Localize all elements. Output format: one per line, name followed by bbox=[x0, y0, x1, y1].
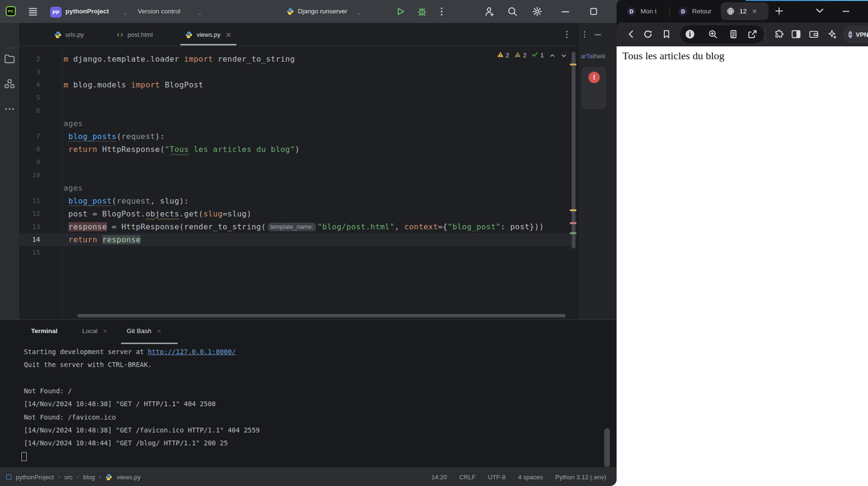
main-toolbar: PC PP pythonProject Version control Djan… bbox=[0, 0, 617, 23]
window-minimize-icon[interactable] bbox=[560, 6, 571, 17]
status-item[interactable]: 14:20 bbox=[431, 474, 447, 481]
browser-tab-active[interactable]: 12 bbox=[721, 2, 769, 20]
html-file-icon bbox=[116, 31, 124, 39]
horizontal-scrollbar[interactable] bbox=[77, 314, 565, 317]
python-file-icon bbox=[105, 474, 112, 481]
back-icon[interactable] bbox=[626, 29, 636, 39]
pycharm-logo-icon[interactable]: PC bbox=[6, 6, 16, 16]
breadcrumb-item[interactable]: pythonProject bbox=[16, 474, 54, 481]
share-icon[interactable] bbox=[748, 29, 758, 39]
browser-minimize-icon[interactable] bbox=[841, 6, 851, 16]
inspections-widget[interactable]: 2 2 1 bbox=[497, 50, 567, 60]
new-tab-button[interactable] bbox=[774, 6, 784, 16]
panel-options-kebab-icon[interactable] bbox=[580, 30, 589, 39]
zoom-icon[interactable] bbox=[708, 29, 718, 39]
vpn-badge[interactable]: − VPN bbox=[843, 26, 868, 43]
terminal-line: Not Found: /favicon.ico bbox=[24, 411, 116, 424]
code-line-comment: ages bbox=[19, 182, 571, 194]
ai-sparkle-icon[interactable] bbox=[827, 29, 837, 39]
search-everywhere-icon[interactable] bbox=[507, 6, 518, 17]
url-bar[interactable] bbox=[680, 25, 764, 43]
tab-options-kebab-icon[interactable] bbox=[562, 30, 572, 39]
hamburger-menu-icon[interactable] bbox=[28, 6, 38, 17]
status-bar: pythonProject›src›blog›views.py 14:20CRL… bbox=[0, 467, 617, 486]
code-line-6: 6 bbox=[19, 104, 571, 117]
vcs-menu[interactable]: Version control bbox=[138, 8, 180, 15]
debug-button[interactable] bbox=[417, 6, 427, 17]
weak-warning-badge: 2 bbox=[514, 51, 526, 59]
project-name[interactable]: pythonProject bbox=[65, 8, 109, 15]
terminal-line: [14/Nov/2024 10:48:38] "GET /favicon.ico… bbox=[24, 424, 260, 437]
vcs-chevron-icon[interactable] bbox=[197, 10, 202, 13]
terminal-scrollbar[interactable] bbox=[604, 428, 610, 467]
run-config-python-icon bbox=[286, 8, 294, 15]
server-url-link[interactable]: http://127.0.0.1:8000/ bbox=[148, 348, 236, 356]
breadcrumbs[interactable]: pythonProject›src›blog›views.py bbox=[6, 467, 141, 486]
terminal-tab-Local[interactable]: Local bbox=[82, 327, 108, 335]
terminal-panel[interactable]: Terminal LocalGit Bash Starting developm… bbox=[0, 319, 617, 467]
code-line-12: 12 post = BlogPost.objects.get(slug=slug… bbox=[19, 207, 571, 220]
prev-problem-icon[interactable] bbox=[549, 52, 555, 58]
terminal-title[interactable]: Terminal bbox=[31, 327, 57, 335]
code-editor[interactable]: 2m django.template.loader import render_… bbox=[19, 46, 577, 319]
breadcrumb-file[interactable]: views.py bbox=[117, 474, 141, 481]
more-icon[interactable] bbox=[4, 103, 15, 115]
reader-icon[interactable] bbox=[728, 29, 738, 39]
terminal-tab-Git Bash[interactable]: Git Bash bbox=[127, 327, 162, 335]
status-item[interactable]: Python 3.12 (.env) bbox=[555, 474, 606, 481]
status-item[interactable]: UTF-8 bbox=[488, 474, 506, 481]
settings-gear-icon[interactable] bbox=[532, 6, 542, 17]
code-line-14: 14 return response bbox=[19, 233, 571, 246]
error-notification-badge[interactable]: ! bbox=[588, 72, 600, 83]
code-with-me-icon[interactable] bbox=[484, 6, 494, 17]
code-line-9: 9 bbox=[19, 156, 571, 169]
strip-divider bbox=[4, 48, 15, 48]
browser-content[interactable]: Tous les articles du blog bbox=[617, 46, 868, 486]
extensions-puzzle-icon[interactable] bbox=[774, 29, 784, 39]
code-line-5: 5 bbox=[19, 91, 571, 104]
breadcrumb-item[interactable]: blog bbox=[83, 474, 95, 481]
sidebar-toggle-icon[interactable] bbox=[791, 29, 801, 39]
panel-minimize-icon[interactable] bbox=[594, 30, 602, 39]
breadcrumb-item[interactable]: src bbox=[65, 474, 73, 481]
refresh-icon[interactable] bbox=[643, 29, 653, 39]
code-line-7: 7 blog_posts(request): bbox=[19, 130, 571, 143]
wallet-icon[interactable] bbox=[809, 29, 819, 39]
structure-icon[interactable] bbox=[4, 78, 15, 89]
status-item[interactable]: 4 spaces bbox=[518, 474, 543, 481]
code-line-2: 2m django.template.loader import render_… bbox=[19, 53, 571, 65]
window-maximize-icon[interactable] bbox=[588, 6, 599, 17]
run-config-chevron-icon[interactable] bbox=[356, 10, 361, 13]
tab-close-icon[interactable] bbox=[225, 32, 232, 38]
editor-tab-urls.py[interactable]: urls.py bbox=[45, 23, 92, 46]
python-file-icon bbox=[185, 31, 193, 39]
scroll-mark-ok bbox=[570, 232, 576, 234]
bookmark-icon[interactable] bbox=[662, 29, 672, 39]
code-line-11: 11 blog_post(request, slug): bbox=[19, 194, 571, 207]
status-item[interactable]: CRLF bbox=[459, 474, 476, 481]
project-chevron-icon[interactable] bbox=[122, 10, 128, 13]
run-config-name[interactable]: Django runserver bbox=[298, 8, 347, 15]
code-line-15: 15 bbox=[19, 246, 571, 259]
top-accent-line bbox=[746, 0, 868, 1]
browser-tab[interactable]: DMon t bbox=[627, 0, 657, 22]
next-problem-icon[interactable] bbox=[561, 52, 567, 58]
browser-tab[interactable]: DRetour bbox=[679, 0, 712, 22]
page-text: Tous les articles du blog bbox=[622, 50, 725, 62]
editor-tab-views.py[interactable]: views.py bbox=[176, 23, 240, 46]
scroll-mark-error bbox=[570, 222, 576, 224]
tab-list-chevron-icon[interactable] bbox=[815, 6, 825, 16]
project-badge[interactable]: PP bbox=[50, 7, 62, 18]
editor-tab-post.html[interactable]: post.html bbox=[108, 23, 162, 46]
run-button[interactable] bbox=[395, 6, 406, 17]
vertical-scrollbar[interactable] bbox=[572, 52, 575, 248]
info-icon[interactable] bbox=[685, 29, 695, 39]
notification-box[interactable]: ! bbox=[582, 67, 607, 109]
folder-icon[interactable] bbox=[4, 53, 15, 65]
more-actions-icon[interactable] bbox=[436, 6, 447, 17]
status-widgets[interactable]: 14:20CRLFUTF-84 spacesPython 3.12 (.env) bbox=[431, 467, 606, 486]
code-line-8: 8 return HttpResponse("Tous les articles… bbox=[19, 143, 571, 156]
tab-close-icon[interactable] bbox=[751, 8, 758, 14]
tab-close-icon[interactable] bbox=[102, 328, 108, 334]
tab-close-icon[interactable] bbox=[156, 328, 162, 334]
